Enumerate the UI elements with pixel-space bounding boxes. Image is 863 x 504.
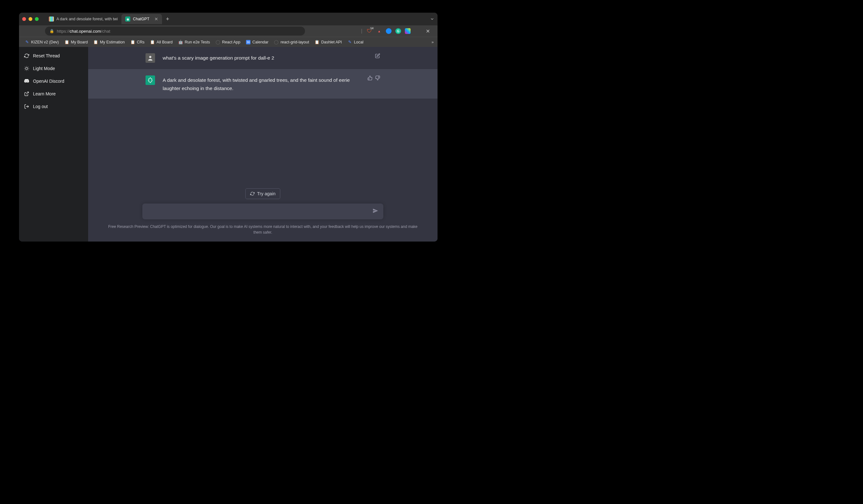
bookmark-item[interactable]: 📋My Board <box>63 39 90 45</box>
bookmark-item[interactable]: 📋Dashlet API <box>313 39 344 45</box>
messages-list: what's a scary image generation prompt f… <box>88 47 438 185</box>
thumbs-up-icon[interactable] <box>367 75 373 92</box>
app-content: Reset Thread Light Mode OpenAI Discord L… <box>19 47 438 241</box>
svg-line-14 <box>25 70 25 70</box>
tab-title: ChatGPT <box>133 17 149 21</box>
traffic-lights <box>22 17 39 21</box>
sidebar-label: Reset Thread <box>33 53 60 58</box>
close-tab-icon[interactable]: ✕ <box>154 16 158 22</box>
bookmark-item[interactable]: ◯react-grid-layout <box>272 39 311 45</box>
browser-tab-inactive[interactable]: A dark and desolate forest, with twi <box>45 14 122 24</box>
bookmark-item[interactable]: 📋CRs <box>129 39 147 45</box>
sidebar-discord[interactable]: OpenAI Discord <box>21 75 86 88</box>
external-link-icon <box>24 91 29 96</box>
favicon-dalle <box>49 16 54 22</box>
discord-icon <box>24 79 29 84</box>
bookmark-item[interactable]: 📋All Board <box>148 39 175 45</box>
message-actions <box>375 53 380 63</box>
assistant-avatar <box>146 75 155 85</box>
sidebar-reset-thread[interactable]: Reset Thread <box>21 49 86 62</box>
tools-icon[interactable]: ✕ <box>426 28 430 34</box>
sidebar-logout[interactable]: Log out <box>21 100 86 113</box>
sidebar: Reset Thread Light Mode OpenAI Discord L… <box>19 47 88 241</box>
extension-grammarly-icon[interactable]: G <box>395 28 401 34</box>
extension-triangle-icon[interactable]: ▲ <box>376 28 382 34</box>
bookmarks-overflow-icon[interactable]: » <box>432 40 434 45</box>
sidebar-light-mode[interactable]: Light Mode <box>21 62 86 75</box>
svg-point-16 <box>149 56 152 58</box>
svg-line-15 <box>28 67 28 67</box>
chat-pane: what's a scary image generation prompt f… <box>88 47 438 241</box>
minimize-window-button[interactable] <box>28 17 32 21</box>
address-bar[interactable]: 🔒 https://chat.openai.com/chat <box>45 27 305 36</box>
brave-shield-icon[interactable]: 🛡 14 <box>366 28 373 34</box>
thumbs-down-icon[interactable] <box>375 75 380 92</box>
svg-line-10 <box>25 67 25 67</box>
message-text: A dark and desolate forest, with twisted… <box>163 75 360 92</box>
bookmark-item[interactable]: ✎Local <box>346 39 365 45</box>
disclaimer-text: Free Research Preview: ChatGPT is optimi… <box>88 224 438 235</box>
shield-count: 14 <box>370 27 374 30</box>
sidebar-label: Learn More <box>33 91 56 96</box>
sidebar-learn-more[interactable]: Learn More <box>21 88 86 100</box>
svg-line-11 <box>28 70 28 70</box>
bookmark-item[interactable]: 30Calendar <box>244 39 271 45</box>
message-composer <box>142 203 383 219</box>
logout-icon <box>24 104 29 109</box>
try-again-button[interactable]: Try again <box>246 188 280 199</box>
composer-zone: Try again Free Research Preview: ChatGPT… <box>88 185 438 241</box>
edit-message-icon[interactable] <box>375 53 380 63</box>
sun-icon <box>24 66 29 71</box>
user-avatar <box>146 53 155 63</box>
browser-tab-active[interactable]: ◉ ChatGPT ✕ <box>122 14 162 24</box>
tab-dropdown-icon[interactable] <box>430 17 434 21</box>
tab-title: A dark and desolate forest, with twi <box>57 17 117 21</box>
close-window-button[interactable] <box>22 17 26 21</box>
url-text: https://chat.openai.com/chat <box>57 29 110 34</box>
favicon-chatgpt: ◉ <box>125 16 130 22</box>
new-tab-button[interactable]: + <box>162 16 173 23</box>
bookmarks-bar: ✎KIZEN v2 (Dev) 📋My Board 📋My Estimation… <box>19 37 438 47</box>
message-text: what's a scary image generation prompt f… <box>163 53 367 63</box>
assistant-message: A dark and desolate forest, with twisted… <box>88 69 438 99</box>
user-message: what's a scary image generation prompt f… <box>88 47 438 69</box>
sidebar-label: OpenAI Discord <box>33 79 64 84</box>
tab-bar: A dark and desolate forest, with twi ◉ C… <box>19 13 438 25</box>
svg-point-7 <box>26 67 28 70</box>
bookmark-item[interactable]: 📋My Estimation <box>92 39 127 45</box>
bookmark-item[interactable]: 🤖Run e2e Tests <box>177 39 212 45</box>
bookmark-item[interactable]: ✎KIZEN v2 (Dev) <box>23 39 61 45</box>
sidebar-label: Log out <box>33 104 48 109</box>
sidebar-label: Light Mode <box>33 66 55 71</box>
refresh-icon <box>250 191 254 196</box>
message-actions <box>367 75 380 92</box>
lock-icon: 🔒 <box>49 29 54 33</box>
send-button[interactable] <box>373 208 378 215</box>
extension-pixel-icon[interactable] <box>405 28 411 34</box>
url-toolbar: 🔒 https://chat.openai.com/chat | 🛡 14 ▲ … <box>19 25 438 37</box>
message-input[interactable] <box>147 209 373 214</box>
browser-window: A dark and desolate forest, with twi ◉ C… <box>19 13 438 241</box>
extension-circle-icon[interactable] <box>386 28 391 34</box>
bookmark-item[interactable]: ◯React App <box>214 39 242 45</box>
refresh-icon <box>24 53 29 58</box>
extension-icons-group: | 🛡 14 ▲ G ✕ <box>357 28 434 34</box>
maximize-window-button[interactable] <box>35 17 39 21</box>
